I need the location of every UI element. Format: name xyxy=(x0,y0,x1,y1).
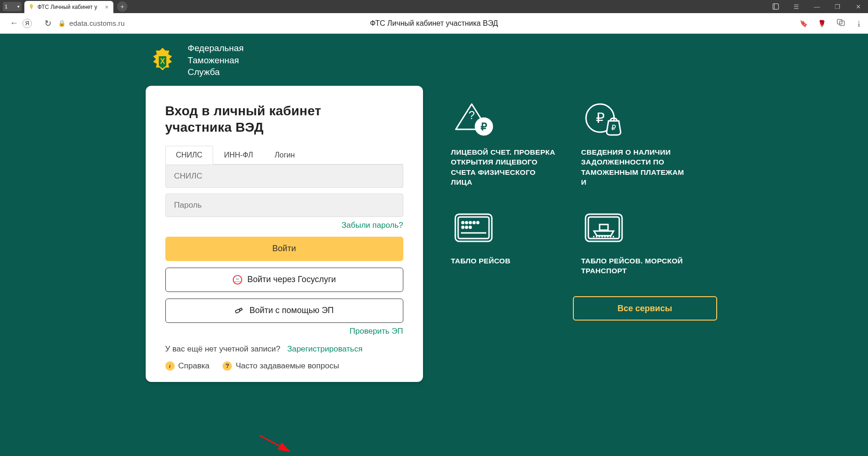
right-column: ? ₽ ЛИЦЕВОЙ СЧЕТ. ПРОВЕРКА ОТКРЫТИЯ ЛИЦЕ… xyxy=(451,40,725,321)
svg-rect-25 xyxy=(586,214,622,241)
password-field-wrap xyxy=(165,194,403,217)
svg-text:услуги: услуги xyxy=(235,280,241,283)
page-body: Федеральная Таможенная Служба Вход в лич… xyxy=(0,34,868,456)
service-account-check[interactable]: ? ₽ ЛИЦЕВОЙ СЧЕТ. ПРОВЕРКА ОТКРЫТИЯ ЛИЦЕ… xyxy=(451,100,559,187)
svg-rect-14 xyxy=(455,214,492,241)
agency-name: Федеральная Таможенная Служба xyxy=(188,42,244,78)
yandex-home-button[interactable]: Я xyxy=(22,19,39,28)
ruble-bag-icon: ₽ ₽ xyxy=(581,100,626,138)
svg-text:₽: ₽ xyxy=(595,110,604,126)
register-row: У вас ещё нет учетной записи? Зарегистри… xyxy=(165,344,403,354)
minimize-icon[interactable]: — xyxy=(810,3,824,10)
usb-key-icon xyxy=(234,306,245,316)
left-column: Федеральная Таможенная Служба Вход в лич… xyxy=(146,40,423,382)
svg-point-22 xyxy=(466,226,467,228)
service-flight-board[interactable]: ТАБЛО РЕЙСОВ xyxy=(451,209,559,276)
tab-login[interactable]: Логин xyxy=(264,146,305,164)
agency-line: Федеральная xyxy=(188,42,244,54)
tab-counter[interactable]: 1 ▾ xyxy=(3,2,22,11)
tab-count-value: 1 xyxy=(5,4,7,9)
service-label: ТАБЛО РЕЙСОВ. МОРСКОЙ ТРАНСПОРТ xyxy=(581,256,689,276)
gosuslugi-icon: гос услуги xyxy=(232,275,243,285)
service-debt-info[interactable]: ₽ ₽ СВЕДЕНИЯ О НАЛИЧИИ ЗАДОЛЖЕННОСТИ ПО … xyxy=(581,100,689,187)
svg-rect-27 xyxy=(600,224,608,230)
help-ref-label: Справка xyxy=(178,361,210,371)
service-label: ЛИЦЕВОЙ СЧЕТ. ПРОВЕРКА ОТКРЫТИЯ ЛИЦЕВОГО… xyxy=(451,147,559,187)
window-close-icon[interactable]: ✕ xyxy=(851,3,865,10)
menu-icon[interactable]: ☰ xyxy=(789,3,803,10)
ep-button[interactable]: Войти с помощью ЭП xyxy=(165,299,403,323)
title-line: участника ВЭД xyxy=(165,120,264,135)
new-tab-button[interactable]: + xyxy=(117,1,127,12)
ep-label: Войти с помощью ЭП xyxy=(249,306,334,315)
gosuslugi-label: Войти через Госуслуги xyxy=(247,275,336,284)
check-ep-link[interactable]: Проверить ЭП xyxy=(349,327,403,336)
svg-rect-0 xyxy=(773,4,779,9)
svg-point-16 xyxy=(462,222,464,224)
login-tabs: СНИЛС ИНН-ФЛ Логин xyxy=(165,146,403,164)
emblem-icon xyxy=(148,45,178,75)
title-line: Вход в личный кабинет xyxy=(165,104,321,118)
all-services-button[interactable]: Все сервисы xyxy=(573,296,717,321)
bookmark-icon[interactable]: 🔖 xyxy=(800,20,808,27)
gosuslugi-button[interactable]: гос услуги Войти через Госуслуги xyxy=(165,268,403,292)
chevron-down-icon: ▾ xyxy=(17,4,20,9)
yandex-icon: Я xyxy=(22,19,32,28)
lock-icon: 🔒 xyxy=(58,20,66,27)
maximize-icon[interactable]: ❐ xyxy=(831,3,845,10)
annotation-arrow-icon xyxy=(260,435,306,456)
service-label: СВЕДЕНИЯ О НАЛИЧИИ ЗАДОЛЖЕННОСТИ ПО ТАМО… xyxy=(581,147,689,187)
login-button[interactable]: Войти xyxy=(165,237,403,261)
close-icon[interactable]: × xyxy=(104,3,110,11)
tab-favicon-icon xyxy=(28,4,35,10)
nav-reload-button[interactable]: ↻ xyxy=(39,18,56,29)
extension-translate-icon[interactable] xyxy=(836,18,846,29)
url-text: edata.customs.ru xyxy=(69,19,125,27)
snils-field-wrap xyxy=(165,164,403,188)
service-label: ТАБЛО РЕЙСОВ xyxy=(451,256,559,266)
svg-point-21 xyxy=(462,226,464,228)
svg-rect-7 xyxy=(239,308,243,311)
svg-point-20 xyxy=(477,222,479,224)
ship-board-icon xyxy=(581,209,626,247)
svg-text:₽: ₽ xyxy=(481,121,487,133)
site-header: Федеральная Таможенная Служба xyxy=(146,40,423,84)
tab-title: ФТС Личный кабинет у xyxy=(37,4,97,10)
tab-snils[interactable]: СНИЛС xyxy=(165,146,214,164)
info-icon: i xyxy=(165,361,175,371)
window-controls: ☰ — ❐ ✕ xyxy=(769,3,865,10)
login-card: Вход в личный кабинет участника ВЭД СНИЛ… xyxy=(146,86,423,382)
svg-point-23 xyxy=(469,226,471,228)
agency-line: Служба xyxy=(188,66,244,78)
help-row: i Справка ? Часто задаваемые вопросы xyxy=(165,361,403,371)
no-account-text: У вас ещё нет учетной записи? xyxy=(165,344,281,353)
warning-ruble-icon: ? ₽ xyxy=(451,100,496,138)
snils-input[interactable] xyxy=(174,172,394,181)
svg-point-19 xyxy=(473,222,475,224)
browser-tabstrip: 1 ▾ ФТС Личный кабинет у × + ☰ — ❐ ✕ xyxy=(0,0,868,13)
forgot-link[interactable]: Забыли пароль? xyxy=(341,221,403,230)
card-title: Вход в личный кабинет участника ВЭД xyxy=(165,103,403,135)
nav-back-button[interactable]: ← xyxy=(6,18,22,28)
svg-point-18 xyxy=(469,222,471,224)
agency-line: Таможенная xyxy=(188,54,244,67)
register-link[interactable]: Зарегистрироваться xyxy=(287,344,363,353)
extension-icon[interactable]: 🌹 xyxy=(818,20,826,27)
svg-text:₽: ₽ xyxy=(611,124,616,132)
svg-point-17 xyxy=(466,222,467,224)
help-reference[interactable]: i Справка xyxy=(165,361,210,371)
address-bar[interactable]: 🔒 edata.customs.ru xyxy=(58,19,125,27)
password-input[interactable] xyxy=(174,201,394,210)
services-grid: ? ₽ ЛИЦЕВОЙ СЧЕТ. ПРОВЕРКА ОТКРЫТИЯ ЛИЦЕ… xyxy=(451,100,725,276)
question-icon: ? xyxy=(223,361,232,371)
browser-tab[interactable]: ФТС Личный кабинет у × xyxy=(24,1,113,13)
service-sea-board[interactable]: ТАБЛО РЕЙСОВ. МОРСКОЙ ТРАНСПОРТ xyxy=(581,209,689,276)
help-faq-label: Часто задаваемые вопросы xyxy=(236,361,339,371)
svg-line-29 xyxy=(260,435,289,451)
tab-inn[interactable]: ИНН-ФЛ xyxy=(213,146,264,164)
help-faq[interactable]: ? Часто задаваемые вопросы xyxy=(223,361,339,371)
downloads-icon[interactable]: ⭳ xyxy=(856,20,862,27)
read-mode-icon[interactable] xyxy=(769,3,783,10)
page-title: ФТС Личный кабинет участника ВЭД xyxy=(370,19,498,28)
browser-toolbar: ← Я ↻ 🔒 edata.customs.ru ФТС Личный каби… xyxy=(0,13,868,34)
